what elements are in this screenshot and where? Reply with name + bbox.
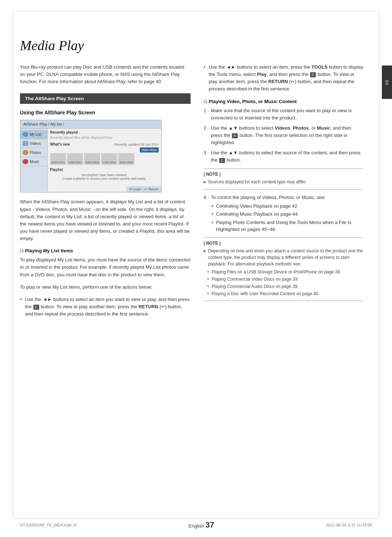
allshare-description: When the AllShare Play screen appears, i… bbox=[20, 198, 191, 242]
step-1-text: Make sure that the source of the content… bbox=[211, 108, 352, 121]
recently-played-label: Recently played bbox=[50, 130, 159, 134]
step-4: 4 · To control the playing of Videos, Ph… bbox=[204, 194, 363, 233]
note-2-bullet-2: Playing Commercial Video Discs on page 3… bbox=[207, 276, 363, 282]
enter-button-icon-4: E bbox=[219, 158, 225, 163]
playing-my-list-bullet: Use the ◄► buttons to select an item you… bbox=[20, 296, 191, 318]
note-1-item: Sources displayed for each content type … bbox=[204, 179, 363, 185]
playing-my-list-heading: Playing My List Items bbox=[20, 248, 191, 253]
playing-my-list-text1: To play displayed My List items, you mus… bbox=[20, 256, 191, 278]
thumb-1: SAM 0001 bbox=[50, 153, 66, 165]
step4-list: 4 · To control the playing of Videos, Ph… bbox=[204, 194, 363, 233]
bottom-border bbox=[15, 518, 377, 519]
step-2-text: Use the ▲▼ buttons to select Videos, Pho… bbox=[211, 125, 351, 145]
footer-return: ↩ Return bbox=[144, 187, 158, 191]
playing-video-heading: Playing Video, Photo, or Music Content bbox=[204, 99, 363, 104]
step-4-bullet-2: Controlling Music Playback on page 44. bbox=[211, 211, 363, 218]
section-header-box: The AllShare Play Screen bbox=[20, 93, 191, 104]
allshare-header-text: AllShare Play / My list / bbox=[23, 122, 64, 126]
footer-date: 2012-08-24 오전 11:43:59 bbox=[326, 522, 372, 528]
step-4-bullet-3: Playing Photo Contents and Using the Too… bbox=[211, 219, 363, 233]
two-column-layout: Your Blu-ray product can play Disc and U… bbox=[20, 64, 372, 321]
step-1: 1 · Make sure that the source of the con… bbox=[204, 107, 363, 122]
note-2-item: Depending on how and when you attach a c… bbox=[204, 248, 363, 267]
thumbnails-row: SAM 0001 SAM 0002 SAM 0003 SAM 0004 SAM … bbox=[50, 153, 159, 165]
whats-new-label: What's new bbox=[50, 142, 70, 146]
step-4-text: To control the playing of Videos, Photos… bbox=[211, 195, 363, 233]
page-container: 05 Media Play Media Play Your Blu-ray pr… bbox=[0, 0, 392, 537]
steps-list: 1 · Make sure that the source of the con… bbox=[204, 107, 363, 164]
step-4-num: 4 · bbox=[204, 194, 209, 201]
step-3-num: 3 · bbox=[204, 149, 209, 156]
note-2-bullet-4: Playing a Disc with User Recorded Conten… bbox=[207, 290, 363, 297]
thumb-2: SAM 0002 bbox=[67, 153, 83, 165]
footer-filename: HT-ES6550W_TK_0824.indd 37 bbox=[20, 523, 77, 527]
note-2-label: | NOTE | bbox=[204, 241, 363, 246]
mylist-icon bbox=[23, 132, 28, 137]
note-box-1: | NOTE | Sources displayed for each cont… bbox=[204, 168, 363, 190]
intro-text: Your Blu-ray product can play Disc and U… bbox=[20, 64, 191, 85]
step-2: 2 · Use the ▲▼ buttons to select Videos,… bbox=[204, 125, 363, 146]
note-2-bullet-3: Playing Commercial Audio Discs on page 3… bbox=[207, 283, 363, 290]
note-2-bullet-1: Playing Files on a USB Storage Device or… bbox=[207, 269, 363, 275]
subsection-heading: Using the AllShare Play Screen bbox=[20, 110, 191, 115]
footer-language: English bbox=[189, 523, 204, 529]
allshare-screenshot: AllShare Play / My list / My List Videos bbox=[20, 120, 162, 192]
note-box-2: | NOTE | Depending on how and when you a… bbox=[204, 237, 363, 301]
step-4-bullet-1: Controlling Video Playback on page 42. bbox=[211, 203, 363, 210]
recently-played-placeholder: Recently played files will be displayed … bbox=[50, 136, 159, 139]
footer-page: English 37 bbox=[189, 520, 215, 530]
playlist-message: No playlists have been created.Create a … bbox=[50, 173, 159, 180]
footer-login: ✉ Login bbox=[129, 187, 141, 191]
enter-button-icon-3: E bbox=[232, 133, 238, 138]
allshare-body: My List Videos Photos bbox=[20, 129, 161, 191]
note-2-bullets: Playing Files on a USB Storage Device or… bbox=[207, 269, 363, 297]
sidebar-videos: Videos bbox=[20, 139, 47, 148]
sidebar-mylist: My List bbox=[20, 130, 47, 139]
enter-button-icon-2: E bbox=[310, 72, 316, 77]
step-4-bullets: Controlling Video Playback on page 42. C… bbox=[211, 203, 363, 233]
allshare-sidebar: My List Videos Photos bbox=[20, 129, 48, 191]
sidebar-music-label: Music bbox=[30, 160, 39, 164]
thumb-5: SAM 0005 bbox=[118, 153, 134, 165]
top-border bbox=[15, 11, 377, 11]
thumb-3: SAM 0003 bbox=[84, 153, 100, 165]
step-1-num: 1 · bbox=[204, 107, 209, 114]
whats-new-row: What's new Recently updated 09 Jan 2012 bbox=[50, 142, 159, 146]
right-col-top-bullet: Use the ◄► buttons to select an item, pr… bbox=[204, 64, 363, 93]
step-2-num: 2 · bbox=[204, 125, 209, 132]
sidebar-photos-label: Photos bbox=[30, 151, 41, 155]
step-3: 3 · Use the ▲▼ buttons to select the sou… bbox=[204, 149, 363, 164]
videos-icon bbox=[23, 141, 28, 146]
music-icon bbox=[23, 159, 28, 164]
sidebar-music: Music bbox=[20, 157, 47, 166]
playing-my-list-text2: To play or view My List items, perform o… bbox=[20, 284, 191, 291]
allshare-header: AllShare Play / My list / bbox=[20, 120, 161, 129]
right-column: Use the ◄► buttons to select an item, pr… bbox=[204, 64, 363, 321]
page-footer: HT-ES6550W_TK_0824.indd 37 English 37 20… bbox=[20, 520, 372, 530]
footer-page-number: 37 bbox=[205, 520, 214, 529]
thumb-4: SAM 0004 bbox=[101, 153, 117, 165]
enter-button-icon: E bbox=[33, 305, 39, 310]
page-title: Media Play bbox=[20, 37, 372, 53]
main-content: Media Play Your Blu-ray product can play… bbox=[0, 17, 392, 343]
step-3-text: Use the ▲▼ buttons to select the source … bbox=[211, 150, 360, 163]
sidebar-photos: Photos bbox=[20, 148, 47, 157]
allshare-footer: ✉ Login ↩ Return bbox=[126, 186, 161, 192]
sidebar-mylist-label: My List bbox=[30, 133, 41, 137]
left-column: Your Blu-ray product can play Disc and U… bbox=[20, 64, 191, 321]
allshare-main: Recently played Recently played files wi… bbox=[48, 129, 161, 191]
whats-new-date: Recently updated 09 Jan 2012 bbox=[114, 143, 159, 146]
note-1-label: | NOTE | bbox=[204, 172, 363, 177]
sidebar-videos-label: Videos bbox=[30, 142, 41, 146]
photos-icon bbox=[23, 150, 28, 155]
playlist-label: Playlist bbox=[50, 168, 159, 172]
view-more-button[interactable]: View More bbox=[140, 147, 159, 152]
